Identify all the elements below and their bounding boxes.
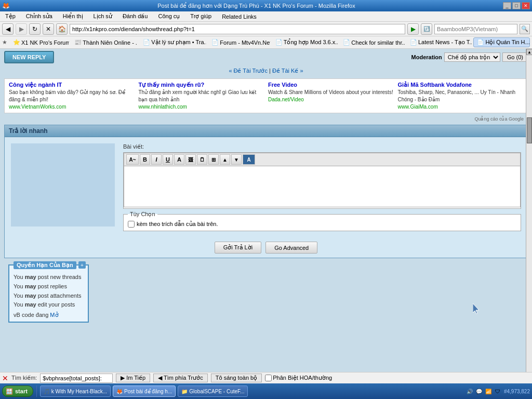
tray-icon-shield[interactable]: 🛡 [494,387,502,395]
ad-3-url: Dada.net/Video [268,96,394,103]
tray-icon-chat[interactable]: 💬 [475,387,483,395]
quick-reply-header: Trả lời nhanh [5,125,527,137]
toolbar-arrow-down-btn[interactable]: ▼ [231,154,242,165]
find-next-btn[interactable]: ▶ Im Tiếp [116,374,150,382]
restore-btn[interactable]: □ [512,2,521,9]
menu-view[interactable]: Hiển thị [60,12,86,21]
ad-4-url: www.GiaiMa.com [398,103,524,111]
scroll-thumb[interactable] [527,117,532,143]
refresh-green-btn[interactable]: 🔃 [421,23,432,35]
perm-rule-2: You may post replies [14,282,84,291]
toolbar-italic-btn[interactable]: I [151,154,162,165]
search-input[interactable] [434,24,517,34]
tray-icons: 🔊 💬 📶 🛡 [466,387,502,395]
menu-history[interactable]: Lịch sử [90,12,115,21]
task-music-icon: 🎵 [44,389,50,394]
toolbar-table-btn[interactable]: ⊞ [208,154,219,165]
toolbar-color-btn[interactable]: A [174,154,184,165]
nav-links: « Đề Tài Trước | Đề Tài Kế » [0,65,532,76]
ad-1: Công việc ngành IT Sao bạn không bấm vào… [9,81,135,111]
home-btn[interactable]: 🏠 [56,23,68,35]
scroll-up-btn[interactable]: ▲ [526,49,532,55]
mouse-cursor-icon [473,303,480,315]
find-close-btn[interactable]: ✕ [2,374,8,382]
bookmark-check[interactable]: 📄Check for similar thr...× [339,37,405,47]
permissions-content: You may post new threads You may post re… [14,273,84,309]
minimize-btn[interactable]: _ [503,2,511,9]
menu-tools[interactable]: Công cụ [155,12,183,21]
window-icon: 🦊 [2,2,10,9]
ad-3-title[interactable]: Free Video [268,81,394,89]
toolbar-size-btn[interactable]: A [243,154,255,165]
back-btn[interactable]: ◀ [2,23,14,35]
bookmark-forum-mtv[interactable]: 📄Forum - Mtv4Vn.Net× [208,37,270,47]
search-go-btn[interactable]: 🔍 [520,24,530,34]
title-bar: 🦊 Post bài để đăng hơn với Dạng Trù Phú … [0,0,532,11]
bookmark-vatly[interactable]: 📄Vật lý sư phạm • Tra...× [139,37,207,47]
taskbar-task-firefox[interactable]: 🦊 Post bài để đăng h... [113,385,176,397]
forward-btn[interactable]: ▶ [16,23,27,35]
bookmark-x1nk[interactable]: ⭐X1 NK Pro's Forum× [9,37,70,47]
moderation-label: Moderation [411,54,442,60]
quote-checkbox[interactable] [128,221,135,228]
stop-btn[interactable]: ✕ [43,23,54,35]
bookmark-hoiquan[interactable]: 📄Hội Quán Tin H...× [473,37,530,47]
ad-4: Giải Mã Softbank Vodafone Toshiba, Sharp… [398,81,524,111]
task-firefox-icon: 🦊 [116,389,123,394]
menu-bookmarks[interactable]: Đánh dấu [119,12,151,21]
reload-btn[interactable]: ↻ [29,23,41,35]
taskbar-task-music[interactable]: 🎵 k With My Heart-Black... [40,385,111,397]
moderation-go-btn[interactable]: Go (0) [502,52,528,62]
ad-1-text: Sao bạn không bấm vào đây? Gửi ngay hồ s… [9,89,135,103]
taskbar-task-globalscape[interactable]: 📁 GlobalSCAPE - CuteF... [178,385,248,397]
submit-reply-btn[interactable]: Gởi Trả Lời [215,242,261,254]
find-bar: ✕ Tìm kiếm: ▶ Im Tiếp ◀ Tìm phía Trước T… [0,372,532,383]
case-checkbox[interactable] [265,375,272,381]
ad-2-title[interactable]: Tự thấy mình quyến rũ? [139,81,264,89]
scrollbar-right[interactable]: ▲ ▼ [526,49,532,383]
vbcode-link[interactable]: Mở [50,312,58,318]
toolbar-img1-btn[interactable]: 🖼 [185,154,196,165]
tray-icon-volume[interactable]: 🔊 [466,387,474,395]
go-advanced-btn[interactable]: Go Advanced [265,242,317,254]
quote-label: kèm theo trích dẫn của bài trên. [137,221,218,228]
menu-file[interactable]: Tệp [2,12,19,21]
permissions-box: Quyền Hạn Của Bạn + You may post new thr… [8,264,89,322]
vbcode-row: vB code đang Mở [14,312,84,318]
bookmark-tonghop[interactable]: 📄Tổng hợp Mod 3.6.x...× [272,37,339,47]
find-highlight-btn[interactable]: Tô sáng toàn bộ [211,374,262,382]
new-reply-button[interactable]: NEW REPLY [4,51,54,63]
moderation-select[interactable]: Chế độ pha trộn [444,52,500,62]
start-button[interactable]: 🪟 start [2,385,33,397]
toolbar-arrow-up-btn[interactable]: ▲ [220,154,230,165]
prev-topic-link[interactable]: « Đề Tài Trước [229,68,268,74]
tray-counter: #4,973,822 [504,389,530,394]
menu-help[interactable]: Trợ giúp [187,12,215,21]
close-btn[interactable]: ✕ [522,2,530,9]
perm-rule-1: You may post new threads [14,273,84,282]
ad-4-title[interactable]: Giải Mã Softbank Vodafone [398,81,524,89]
perm-rule-4: You may edit your posts [14,300,84,310]
find-prev-btn[interactable]: ◀ Tìm phía Trước [153,374,208,382]
tray-icon-network[interactable]: 📶 [484,387,493,395]
ad-3-text: Watch & Share Millions of Videos about y… [268,89,394,96]
google-ads-label: Quảng cáo của Google [4,115,528,123]
post-editor[interactable] [124,166,521,207]
address-input[interactable] [70,24,405,34]
bookmark-thanhnien[interactable]: 📰Thành Niên Online - ...× [71,37,138,47]
toolbar-bold-btn[interactable]: B [140,154,150,165]
next-topic-link[interactable]: Đề Tài Kế » [272,68,303,74]
permissions-title: Quyền Hạn Của Bạn [14,261,76,269]
ad-1-title[interactable]: Công việc ngành IT [9,81,135,89]
find-input[interactable] [40,374,113,383]
go-btn[interactable]: ▶ [407,23,419,35]
toolbar-font-btn[interactable]: A~ [126,154,139,165]
menu-related[interactable]: Related Links [219,12,260,21]
taskbar-tray: 🔊 💬 📶 🛡 #4,973,822 [466,387,530,395]
case-label: Phân Biệt HOA/thường [273,375,332,381]
toolbar-img2-btn[interactable]: 🗒 [197,154,207,165]
toolbar-underline-btn[interactable]: U [163,154,173,165]
bookmark-latest[interactable]: 📄Latest News - Tạo T...× [406,37,473,47]
permissions-add-btn[interactable]: + [78,261,86,269]
menu-edit[interactable]: Chỉnh sửa [23,12,56,21]
